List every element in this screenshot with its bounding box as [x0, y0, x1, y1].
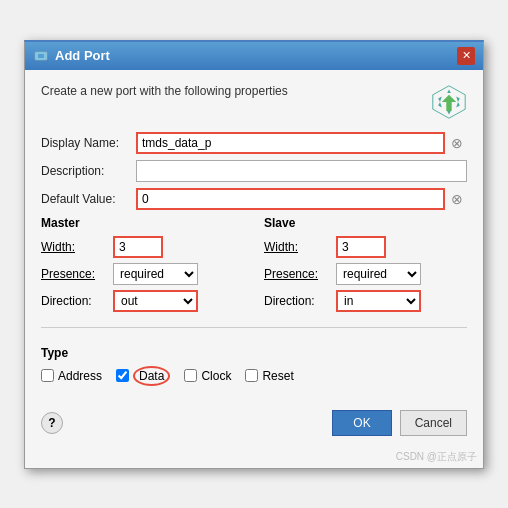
master-presence-select[interactable]: required optional forbidden — [113, 263, 198, 285]
close-button[interactable]: ✕ — [457, 47, 475, 65]
display-name-input[interactable] — [136, 132, 445, 154]
address-checkbox[interactable] — [41, 369, 54, 382]
slave-width-row: Width: — [264, 236, 467, 258]
svg-marker-5 — [438, 96, 442, 101]
master-direction-row: Direction: out in bidir — [41, 290, 244, 312]
description-label: Description: — [41, 164, 136, 178]
default-value-label: Default Value: — [41, 192, 136, 206]
master-slave-section: Master Width: Presence: required optiona… — [41, 216, 467, 317]
help-button[interactable]: ? — [41, 412, 63, 434]
cancel-button[interactable]: Cancel — [400, 410, 467, 436]
company-logo — [431, 84, 467, 120]
description-input[interactable] — [136, 160, 467, 182]
slave-title: Slave — [264, 216, 467, 230]
dialog-title: Add Port — [55, 48, 110, 63]
slave-column: Slave Width: Presence: required optional… — [264, 216, 467, 317]
display-name-label: Display Name: — [41, 136, 136, 150]
slave-direction-row: Direction: in out bidir — [264, 290, 467, 312]
clock-label: Clock — [201, 369, 231, 383]
type-section: Type Address Data Clock — [41, 327, 467, 386]
master-width-label: Width: — [41, 240, 113, 254]
master-direction-select[interactable]: out in bidir — [113, 290, 198, 312]
slave-direction-label: Direction: — [264, 294, 336, 308]
slave-direction-select[interactable]: in out bidir — [336, 290, 421, 312]
reset-checkbox-item: Reset — [245, 369, 293, 383]
data-checkbox-item: Data — [116, 366, 170, 386]
svg-marker-4 — [456, 96, 460, 101]
watermark: CSDN @正点原子 — [25, 448, 483, 468]
data-label: Data — [133, 366, 170, 386]
type-checkboxes: Address Data Clock Reset — [41, 366, 467, 386]
svg-marker-6 — [456, 102, 460, 107]
svg-marker-7 — [438, 102, 442, 107]
master-title: Master — [41, 216, 244, 230]
svg-rect-1 — [38, 54, 44, 58]
master-direction-label: Direction: — [41, 294, 113, 308]
ok-button[interactable]: OK — [332, 410, 391, 436]
svg-marker-8 — [447, 111, 451, 115]
default-value-row: Default Value: ⊗ — [41, 188, 467, 210]
master-presence-row: Presence: required optional forbidden — [41, 263, 244, 285]
default-value-input[interactable] — [136, 188, 445, 210]
svg-marker-3 — [447, 89, 451, 93]
intro-text: Create a new port with the following pro… — [41, 84, 288, 98]
master-column: Master Width: Presence: required optiona… — [41, 216, 244, 317]
reset-label: Reset — [262, 369, 293, 383]
clock-checkbox-item: Clock — [184, 369, 231, 383]
slave-width-label: Width: — [264, 240, 336, 254]
master-width-input[interactable] — [113, 236, 163, 258]
description-row: Description: — [41, 160, 467, 182]
master-presence-label: Presence: — [41, 267, 113, 281]
reset-checkbox[interactable] — [245, 369, 258, 382]
master-width-row: Width: — [41, 236, 244, 258]
title-bar: Add Port ✕ — [25, 42, 483, 70]
button-row: ? OK Cancel — [41, 402, 467, 436]
data-checkbox[interactable] — [116, 369, 129, 382]
dialog-body: Create a new port with the following pro… — [25, 70, 483, 448]
slave-width-input[interactable] — [336, 236, 386, 258]
header-area: Create a new port with the following pro… — [41, 84, 467, 120]
address-label: Address — [58, 369, 102, 383]
slave-presence-label: Presence: — [264, 267, 336, 281]
slave-presence-select[interactable]: required optional forbidden — [336, 263, 421, 285]
type-title: Type — [41, 346, 467, 360]
slave-presence-row: Presence: required optional forbidden — [264, 263, 467, 285]
dialog-icon — [33, 48, 49, 64]
clock-checkbox[interactable] — [184, 369, 197, 382]
add-port-dialog: Add Port ✕ Create a new port with the fo… — [24, 40, 484, 469]
display-name-row: Display Name: ⊗ — [41, 132, 467, 154]
address-checkbox-item: Address — [41, 369, 102, 383]
default-value-clear-button[interactable]: ⊗ — [447, 189, 467, 209]
display-name-clear-button[interactable]: ⊗ — [447, 133, 467, 153]
